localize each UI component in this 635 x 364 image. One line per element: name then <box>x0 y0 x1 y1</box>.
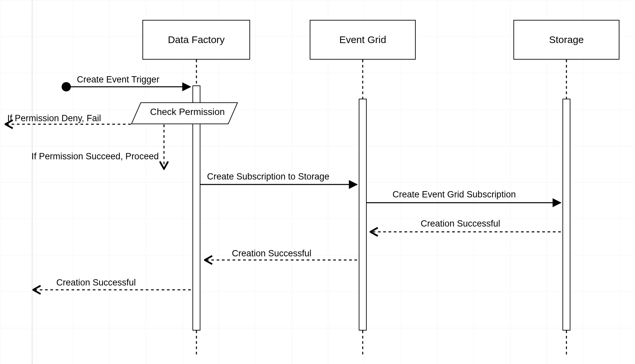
participant-event-grid: Event Grid <box>310 20 416 60</box>
participant-event-grid-label: Event Grid <box>339 34 386 45</box>
label-permission-succeed: If Permission Succeed, Proceed <box>31 151 159 162</box>
label-create-subscription: Create Subscription to Storage <box>207 172 329 182</box>
label-create-eg-subscription: Create Event Grid Subscription <box>393 189 516 200</box>
svg-point-7 <box>62 82 71 91</box>
participant-storage-label: Storage <box>549 34 584 45</box>
participant-storage: Storage <box>513 20 619 60</box>
check-permission-label: Check Permission <box>150 107 225 117</box>
label-creation-successful-3: Creation Successful <box>56 278 136 288</box>
label-create-event-trigger: Create Event Trigger <box>77 75 159 85</box>
label-creation-successful-2: Creation Successful <box>232 248 311 259</box>
participant-data-factory-label: Data Factory <box>168 34 225 45</box>
participant-data-factory: Data Factory <box>142 20 250 60</box>
label-creation-successful-1: Creation Successful <box>421 219 500 229</box>
check-permission-decision: Check Permission <box>131 102 238 125</box>
label-permission-deny: If Permission Deny, Fail <box>7 113 101 124</box>
